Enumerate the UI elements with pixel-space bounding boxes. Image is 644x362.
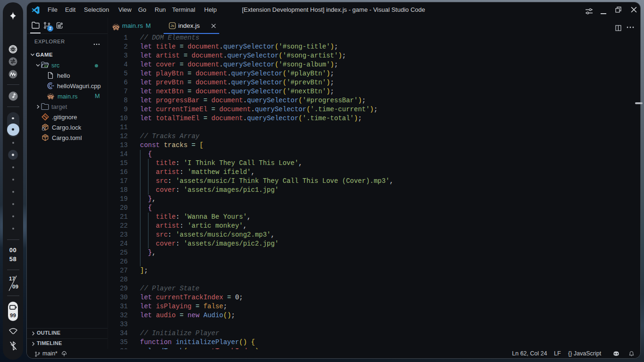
svg-text:Js: Js xyxy=(171,24,174,28)
